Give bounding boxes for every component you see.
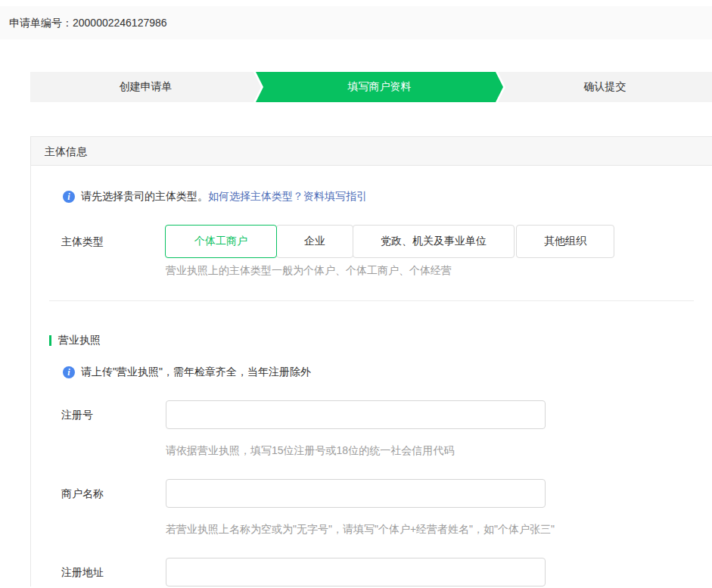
step-create-application: 创建申请单 <box>30 72 261 102</box>
subject-type-row: 主体类型 个体工商户 企业 党政、机关及事业单位 其他组织 <box>61 225 712 258</box>
subject-type-option-other[interactable]: 其他组织 <box>516 225 614 258</box>
subject-type-option-government[interactable]: 党政、机关及事业单位 <box>353 225 515 258</box>
section-divider <box>49 300 694 301</box>
section-marker-bar <box>49 335 51 346</box>
info-icon: i <box>63 366 75 378</box>
merchant-name-helper: 若营业执照上名称为空或为"无字号"，请填写"个体户+经营者姓名"，如"个体户张三… <box>166 523 555 537</box>
application-number-value: 2000002246127986 <box>73 17 167 29</box>
merchant-name-row: 商户名称 若营业执照上名称为空或为"无字号"，请填写"个体户+经营者姓名"，如"… <box>61 479 712 537</box>
section-header: 主体信息 <box>31 137 712 166</box>
tip-text: 请上传"营业执照"，需年检章齐全，当年注册除外 <box>81 366 311 379</box>
subject-type-helper: 营业执照上的主体类型一般为个体户、个体工商户、个体经营 <box>166 264 712 278</box>
fill-guide-link[interactable]: 资料填写指引 <box>303 190 367 204</box>
subject-info-card: 主体信息 i 请先选择贵司的主体类型。 如何选择主体类型？ 资料填写指引 主体类… <box>30 136 712 586</box>
subject-type-label: 主体类型 <box>61 225 166 258</box>
license-title-text: 营业执照 <box>58 334 101 347</box>
application-number-label: 申请单编号： <box>9 17 73 29</box>
step-confirm-submit: 确认提交 <box>498 72 712 102</box>
step-label: 确认提交 <box>584 80 626 94</box>
merchant-name-label: 商户名称 <box>61 479 166 537</box>
subject-type-button-group: 个体工商户 企业 党政、机关及事业单位 其他组织 <box>166 225 614 258</box>
registration-number-helper: 请依据营业执照，填写15位注册号或18位的统一社会信用代码 <box>166 444 546 458</box>
registered-address-row: 注册地址 <box>61 558 712 586</box>
registration-number-row: 注册号 请依据营业执照，填写15位注册号或18位的统一社会信用代码 <box>61 400 712 458</box>
registration-number-input[interactable] <box>166 400 546 429</box>
step-wizard: 创建申请单 填写商户资料 确认提交 <box>30 72 712 102</box>
license-section-title: 营业执照 <box>49 334 712 347</box>
step-label: 创建申请单 <box>120 80 173 94</box>
info-icon: i <box>63 191 75 203</box>
merchant-name-input[interactable] <box>166 479 546 508</box>
subject-type-option-individual[interactable]: 个体工商户 <box>165 225 277 258</box>
registered-address-input[interactable] <box>166 558 546 586</box>
step-fill-merchant-info: 填写商户资料 <box>256 72 503 102</box>
subject-type-tip: i 请先选择贵司的主体类型。 如何选择主体类型？ 资料填写指引 <box>63 190 712 204</box>
application-number-bar: 申请单编号：2000002246127986 <box>0 6 712 39</box>
section-title: 主体信息 <box>45 145 87 157</box>
tip-text: 请先选择贵司的主体类型。 <box>81 190 208 204</box>
subject-type-option-enterprise[interactable]: 企业 <box>276 225 353 258</box>
step-label: 填写商户资料 <box>348 80 412 94</box>
how-to-choose-subject-type-link[interactable]: 如何选择主体类型？ <box>208 190 303 204</box>
license-tip: i 请上传"营业执照"，需年检章齐全，当年注册除外 <box>63 366 712 379</box>
registered-address-label: 注册地址 <box>61 558 166 586</box>
registration-number-label: 注册号 <box>61 400 166 458</box>
